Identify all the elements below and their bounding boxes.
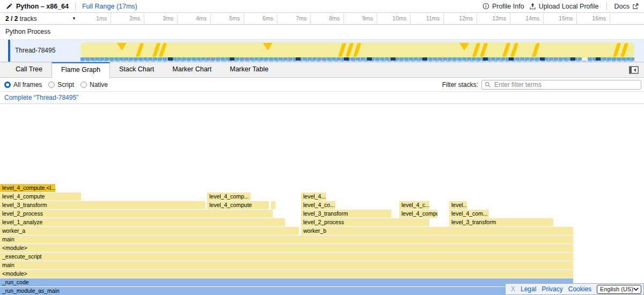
flame-frame[interactable]: level_4...	[301, 193, 326, 201]
footer-links: XLegalPrivacyCookies	[511, 285, 597, 293]
flame-frame[interactable]: level_2_process	[301, 218, 429, 226]
tab-call-tree[interactable]: Call Tree	[6, 62, 52, 77]
flame-frame[interactable]: level_4_comp...	[207, 193, 251, 201]
process-track-header[interactable]: Python Process	[0, 25, 644, 40]
track-selection-accent	[8, 40, 10, 62]
footer-link-cookies[interactable]: Cookies	[568, 285, 591, 293]
sidebar-toggle-icon	[629, 66, 639, 74]
ruler-tick-4ms: 4ms	[178, 13, 211, 24]
tracks-summary: 2 / 2 tracks	[5, 13, 37, 24]
info-icon	[482, 3, 489, 10]
flame-frame[interactable]: level_4_compute	[207, 201, 269, 209]
filter-input[interactable]	[493, 80, 641, 89]
search-icon	[485, 82, 491, 88]
header-right: Profile Info Upload Local Profile Docs	[482, 3, 644, 10]
ruler-tick-5ms: 5ms	[211, 13, 244, 24]
filter-toolbar: All framesScriptNative Filter stacks:	[0, 78, 644, 92]
filter-input-box[interactable]	[481, 80, 641, 90]
footer-link-x[interactable]: X	[511, 285, 515, 293]
edit-icon[interactable]	[6, 3, 12, 9]
flame-graph[interactable]: level_4_compute.<l...level_4_computeleve…	[0, 104, 644, 295]
flame-frame[interactable]: level_4_compute	[0, 193, 81, 201]
footer-link-legal[interactable]: Legal	[521, 285, 536, 293]
track-activity-canvas[interactable]	[80, 40, 634, 62]
header-divider	[75, 3, 76, 10]
flame-frame[interactable]: level_4_com...	[449, 210, 489, 218]
upload-icon	[529, 3, 536, 10]
full-range-button[interactable]: Full Range (17ms)	[82, 3, 137, 10]
radio-label: Native	[90, 81, 108, 88]
flame-frame[interactable]: level_3_transform	[301, 210, 391, 218]
radio-script[interactable]: Script	[48, 81, 74, 88]
tracks-dropdown-caret-icon[interactable]: ▼	[72, 13, 76, 24]
breadcrumb-bar: Complete “Thread-78495”	[0, 92, 644, 104]
sample-dark-segment	[596, 57, 601, 61]
tracks-count: 2 / 2	[5, 15, 18, 23]
flame-frame[interactable]: level_4_co...	[301, 201, 335, 209]
header-divider	[606, 3, 607, 10]
flame-frame[interactable]: level_4_compute	[399, 210, 437, 218]
flame-frame[interactable]: <module>	[0, 270, 573, 278]
flame-frame[interactable]: main	[0, 261, 573, 269]
ruler-tick-1ms: 1ms	[78, 13, 111, 24]
upload-profile-button[interactable]: Upload Local Profile	[529, 3, 599, 10]
flame-frame[interactable]: level_4_compute.<l...	[0, 184, 55, 192]
footer-link-privacy[interactable]: Privacy	[541, 285, 562, 293]
flame-frame[interactable]: <module>	[0, 244, 573, 252]
flame-frame[interactable]	[271, 201, 275, 209]
flame-frame[interactable]: level_3_transform	[449, 218, 553, 226]
ruler-tick-2ms: 2ms	[111, 13, 144, 24]
tab-marker-table[interactable]: Marker Table	[221, 62, 277, 77]
radio-label: All frames	[13, 81, 42, 88]
ruler-tick-3ms: 3ms	[144, 13, 178, 24]
language-label: English (US)	[600, 286, 633, 292]
radio-native[interactable]: Native	[80, 81, 108, 88]
chevron-down-icon	[633, 287, 639, 291]
radio-dot	[48, 82, 55, 88]
radio-label: Script	[57, 81, 74, 88]
language-selector[interactable]: English (US)	[597, 285, 641, 294]
tab-marker-chart[interactable]: Marker Chart	[163, 62, 221, 77]
flame-frame[interactable]: _run_module_as_main	[0, 287, 573, 295]
flame-frame[interactable]: level_1_analyze	[0, 218, 285, 226]
radio-all-frames[interactable]: All frames	[4, 81, 42, 88]
flame-frame[interactable]: level...	[449, 201, 467, 209]
tracks-word: tracks	[20, 15, 37, 23]
profile-info-button[interactable]: Profile Info	[482, 3, 524, 10]
header-left: Python – x86_64 Full Range (17ms)	[0, 3, 137, 10]
flame-frame[interactable]: level_4_c...	[399, 201, 429, 209]
panel-tabbar: Call TreeFlame GraphStack ChartMarker Ch…	[0, 62, 644, 78]
flame-frame[interactable]: _run_code	[0, 278, 573, 286]
tab-stack-chart[interactable]: Stack Chart	[110, 62, 163, 77]
sample-dark-segment	[422, 57, 427, 61]
profile-title[interactable]: Python – x86_64	[16, 3, 69, 10]
flame-frame[interactable]: level_3_transform	[0, 201, 206, 209]
radio-dot	[80, 82, 87, 88]
sample-gap	[582, 57, 588, 61]
activity-marker-icon	[263, 43, 273, 50]
sidebar-toggle-button[interactable]	[629, 66, 639, 74]
breadcrumb[interactable]: Complete “Thread-78495”	[4, 92, 78, 104]
filter-stacks-label: Filter stacks:	[442, 81, 478, 88]
tab-flame-graph[interactable]: Flame Graph	[52, 62, 110, 78]
timeline-ruler[interactable]: 2 / 2 tracks ▼ 1ms2ms3ms4ms5ms6ms7ms8ms9…	[0, 13, 644, 25]
flame-frame[interactable]: worker_a	[0, 227, 299, 235]
panel-tabs: Call TreeFlame GraphStack ChartMarker Ch…	[6, 62, 277, 77]
activity-marker-icon	[117, 43, 127, 50]
sample-dark-segment	[570, 57, 575, 61]
docs-label: Docs	[614, 3, 630, 10]
flame-frame[interactable]: _execute_script	[0, 253, 573, 261]
ruler-tick-6ms: 6ms	[244, 13, 277, 24]
ruler-tick-10ms: 10ms	[377, 13, 411, 24]
activity-marker-icon	[459, 43, 469, 50]
flame-frame[interactable]: main	[0, 235, 573, 244]
radio-dot	[4, 82, 11, 88]
thread-label[interactable]: Thread-78495	[15, 40, 55, 62]
track-gutter	[0, 40, 8, 62]
ruler-tick-16ms: 16ms	[577, 13, 610, 24]
process-label: Python Process	[5, 28, 50, 35]
flame-frame[interactable]: worker_b	[301, 227, 573, 235]
docs-link[interactable]: Docs	[614, 3, 639, 10]
flame-frame[interactable]: level_2_process	[0, 210, 273, 218]
thread-track[interactable]: Thread-78495	[0, 40, 644, 62]
